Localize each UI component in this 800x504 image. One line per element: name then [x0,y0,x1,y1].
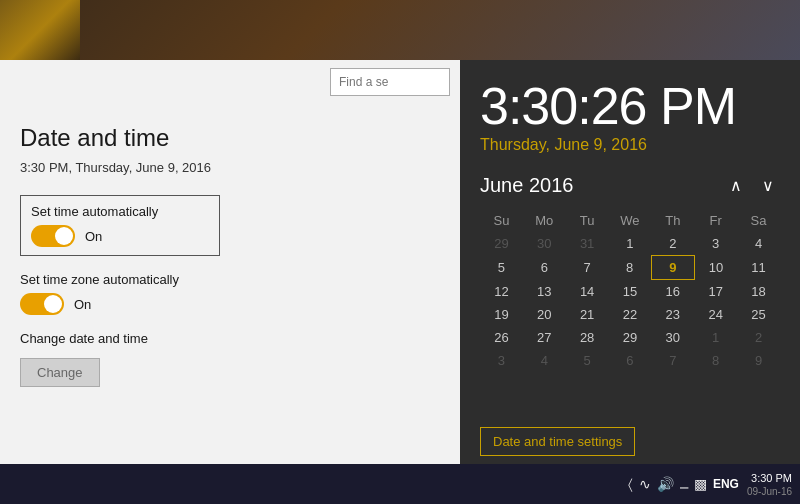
set-time-auto-label: Set time automatically [31,204,209,219]
calendar-day[interactable]: 15 [609,280,652,304]
message-icon: ▩ [694,476,707,492]
current-time: 3:30 PM, Thursday, June 9, 2016 [20,160,440,175]
calendar-day[interactable]: 19 [480,303,523,326]
calendar-day[interactable]: 1 [609,232,652,256]
calendar-day[interactable]: 23 [651,303,694,326]
clock-panel: 3:30:26 PM Thursday, June 9, 2016 June 2… [460,60,800,464]
calendar-day-header: Fr [694,209,737,232]
battery-icon: ⎽ [680,476,688,492]
taskbar-date-display: 09-Jun-16 [747,486,792,497]
calendar-day[interactable]: 16 [651,280,694,304]
calendar-day[interactable]: 4 [737,232,780,256]
top-bar-image [0,0,80,60]
calendar-day[interactable]: 9 [651,256,694,280]
volume-icon: 🔊 [657,476,674,492]
calendar-day[interactable]: 1 [694,326,737,349]
calendar-day[interactable]: 7 [651,349,694,372]
calendar-day[interactable]: 21 [566,303,609,326]
settings-panel: Date and time 3:30 PM, Thursday, June 9,… [0,60,460,464]
calendar-day[interactable]: 24 [694,303,737,326]
settings-content: Date and time 3:30 PM, Thursday, June 9,… [0,104,460,423]
calendar-day-header: Su [480,209,523,232]
calendar-day[interactable]: 10 [694,256,737,280]
calendar-day[interactable]: 2 [651,232,694,256]
calendar-area: June 2016 ∧ ∨ SuMoTuWeThFrSa 29303112345… [460,164,800,419]
calendar-next-button[interactable]: ∨ [756,174,780,197]
taskbar-time-display: 3:30 PM [747,471,792,485]
calendar-day[interactable]: 7 [566,256,609,280]
set-time-auto-toggle[interactable] [31,225,75,247]
taskbar: 〈 ∿ 🔊 ⎽ ▩ ENG 3:30 PM 09-Jun-16 [0,464,800,504]
set-time-auto-box: Set time automatically On [20,195,220,256]
date-time-settings-button[interactable]: Date and time settings [480,427,635,456]
calendar-day[interactable]: 8 [694,349,737,372]
calendar-day[interactable]: 20 [523,303,566,326]
calendar-header: June 2016 ∧ ∨ [480,174,780,197]
taskbar-icons: 〈 ∿ 🔊 ⎽ ▩ ENG [628,476,739,493]
calendar-day[interactable]: 14 [566,280,609,304]
calendar-day-header: Sa [737,209,780,232]
set-timezone-auto-value: On [74,297,91,312]
date-display: Thursday, June 9, 2016 [480,136,780,154]
calendar-prev-button[interactable]: ∧ [724,174,748,197]
language-indicator: ENG [713,477,739,491]
calendar-day[interactable]: 30 [651,326,694,349]
calendar-month-year: June 2016 [480,174,573,197]
calendar-day[interactable]: 4 [523,349,566,372]
change-button[interactable]: Change [20,358,100,387]
set-timezone-auto-toggle[interactable] [20,293,64,315]
calendar-day[interactable]: 25 [737,303,780,326]
calendar-day[interactable]: 6 [609,349,652,372]
search-input[interactable] [330,68,450,96]
calendar-day[interactable]: 18 [737,280,780,304]
set-time-auto-value: On [85,229,102,244]
taskbar-clock: 3:30 PM 09-Jun-16 [747,471,792,496]
calendar-day[interactable]: 30 [523,232,566,256]
calendar-day[interactable]: 9 [737,349,780,372]
calendar-nav: ∧ ∨ [724,174,780,197]
calendar-day[interactable]: 27 [523,326,566,349]
calendar-day[interactable]: 29 [609,326,652,349]
calendar-day[interactable]: 3 [694,232,737,256]
calendar-day[interactable]: 6 [523,256,566,280]
clock-display: 3:30:26 PM Thursday, June 9, 2016 [460,60,800,164]
calendar-day[interactable]: 5 [566,349,609,372]
set-timezone-auto-toggle-row: On [20,293,440,315]
calendar-day[interactable]: 22 [609,303,652,326]
calendar-day[interactable]: 17 [694,280,737,304]
network-icon: 〈 [628,476,633,493]
calendar-day-header: Th [651,209,694,232]
wifi-icon: ∿ [639,476,651,492]
calendar-day[interactable]: 29 [480,232,523,256]
calendar-day-header: Mo [523,209,566,232]
calendar-day-header: We [609,209,652,232]
calendar-day-header: Tu [566,209,609,232]
calendar-day[interactable]: 5 [480,256,523,280]
calendar-day[interactable]: 31 [566,232,609,256]
set-timezone-auto-item: Set time zone automatically On [20,272,440,315]
calendar-day[interactable]: 13 [523,280,566,304]
calendar-footer: Date and time settings [460,419,800,464]
top-bar [0,0,800,60]
calendar-day[interactable]: 28 [566,326,609,349]
calendar-day[interactable]: 26 [480,326,523,349]
calendar-day[interactable]: 11 [737,256,780,280]
calendar-day[interactable]: 2 [737,326,780,349]
calendar-grid: SuMoTuWeThFrSa 2930311234567891011121314… [480,209,780,372]
main-content: Date and time 3:30 PM, Thursday, June 9,… [0,60,800,464]
change-datetime-label: Change date and time [20,331,440,346]
set-timezone-auto-label: Set time zone automatically [20,272,440,287]
change-datetime-item: Change date and time Change [20,331,440,387]
set-time-auto-toggle-row: On [31,225,209,247]
calendar-day[interactable]: 8 [609,256,652,280]
calendar-day[interactable]: 3 [480,349,523,372]
settings-title: Date and time [20,124,440,152]
calendar-day[interactable]: 12 [480,280,523,304]
time-display: 3:30:26 PM [480,80,780,132]
search-bar-area [0,60,460,104]
